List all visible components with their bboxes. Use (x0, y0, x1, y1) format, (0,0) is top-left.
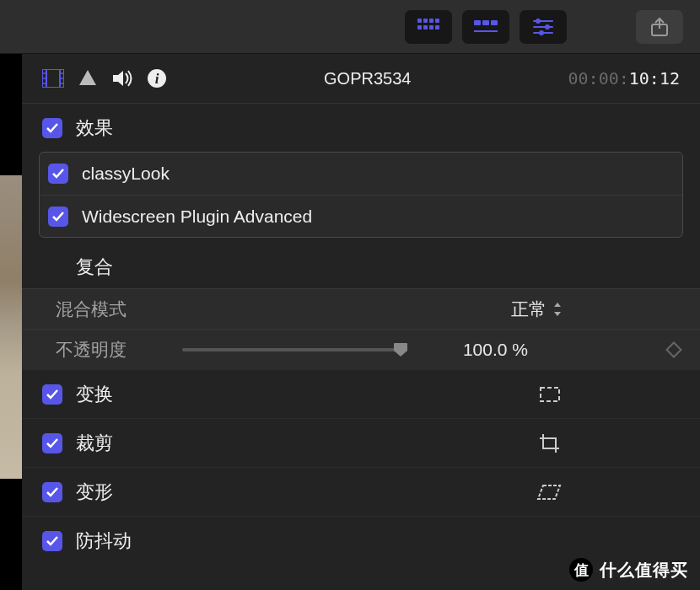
svg-point-17 (539, 30, 544, 35)
top-toolbar (0, 0, 700, 54)
svg-point-15 (536, 19, 541, 24)
dropdown-stepper-icon (553, 303, 562, 316)
svg-rect-6 (429, 25, 433, 30)
clip-title: GOPR3534 (167, 69, 568, 88)
svg-rect-8 (474, 20, 481, 25)
svg-rect-2 (429, 19, 433, 23)
transform-checkbox[interactable] (42, 384, 62, 405)
svg-rect-4 (417, 25, 422, 30)
video-tab-icon[interactable] (42, 69, 64, 88)
inspector-sliders-button[interactable] (520, 10, 567, 44)
timecode-suffix: 10:12 (629, 68, 680, 88)
applied-effects-list: classyLook Widescreen Plugin Advanced (39, 152, 683, 238)
svg-rect-3 (435, 19, 439, 23)
stabilize-checkbox[interactable] (42, 531, 62, 551)
svg-rect-0 (417, 19, 422, 23)
clip-thumbnail (0, 175, 22, 479)
color-tab-icon[interactable] (78, 68, 98, 88)
transform-section-header[interactable]: 变换 (22, 369, 700, 418)
svg-rect-11 (474, 30, 498, 32)
effect-checkbox[interactable] (48, 164, 68, 184)
crop-checkbox[interactable] (42, 433, 62, 453)
opacity-slider[interactable] (182, 348, 401, 351)
share-icon (650, 17, 669, 37)
watermark-badge: 值 (569, 558, 593, 582)
transform-label: 变换 (76, 382, 113, 407)
crop-icon[interactable] (538, 433, 562, 453)
blend-mode-dropdown[interactable]: 正常 (511, 298, 562, 321)
timeline-thumbnail-strip (0, 54, 22, 590)
watermark: 值 什么值得买 (569, 558, 688, 582)
grid-view-button[interactable] (405, 10, 452, 44)
info-tab-icon[interactable]: i (147, 68, 167, 88)
timeline-view-icon (474, 20, 498, 34)
svg-marker-32 (554, 303, 561, 307)
distort-checkbox[interactable] (42, 482, 62, 502)
svg-marker-29 (79, 70, 96, 85)
svg-rect-10 (491, 20, 498, 25)
opacity-label: 不透明度 (56, 338, 182, 362)
effects-checkbox[interactable] (42, 118, 62, 138)
svg-rect-5 (423, 25, 428, 30)
crop-section-header[interactable]: 裁剪 (22, 418, 700, 467)
effect-row[interactable]: Widescreen Plugin Advanced (40, 195, 682, 237)
svg-point-16 (545, 24, 550, 30)
effects-section-header[interactable]: 效果 (22, 103, 700, 152)
svg-rect-9 (482, 20, 489, 25)
distort-skew-icon[interactable] (536, 484, 562, 501)
slider-thumb-icon[interactable] (393, 342, 408, 357)
effect-row[interactable]: classyLook (40, 153, 682, 195)
inspector-header: i GOPR3534 00:00:10:12 (22, 54, 700, 103)
effect-checkbox[interactable] (48, 206, 68, 227)
distort-section-header[interactable]: 变形 (22, 467, 700, 516)
composite-section: 复合 混合模式 正常 不透明度 100.0 % (22, 243, 700, 369)
inspector-panel: i GOPR3534 00:00:10:12 效果 classyLook Wid… (22, 54, 700, 590)
timecode-prefix: 00:00: (568, 68, 629, 88)
blend-mode-row: 混合模式 正常 (22, 288, 700, 329)
watermark-text: 什么值得买 (600, 559, 688, 582)
svg-marker-33 (554, 312, 561, 316)
svg-marker-35 (538, 485, 560, 499)
inspector-sliders-icon (532, 19, 554, 35)
inspector-tabs: i (42, 68, 167, 88)
share-button[interactable] (636, 10, 683, 44)
blend-mode-value: 正常 (511, 298, 547, 321)
composite-title: 复合 (42, 243, 680, 288)
blend-mode-label: 混合模式 (56, 298, 182, 321)
svg-rect-34 (541, 388, 559, 401)
stabilize-label: 防抖动 (76, 528, 132, 554)
effect-name: classyLook (82, 164, 170, 184)
keyframe-diamond-icon[interactable] (665, 341, 682, 358)
opacity-row: 不透明度 100.0 % (22, 329, 700, 369)
timecode: 00:00:10:12 (568, 68, 680, 88)
svg-text:i: i (155, 71, 159, 87)
opacity-value[interactable]: 100.0 % (427, 340, 528, 360)
effects-label: 效果 (76, 115, 113, 141)
transform-rect-icon[interactable] (538, 385, 562, 404)
distort-label: 变形 (76, 480, 113, 505)
svg-rect-7 (435, 25, 439, 30)
effect-name: Widescreen Plugin Advanced (82, 206, 312, 227)
grid-view-icon (417, 19, 439, 35)
crop-label: 裁剪 (76, 431, 113, 456)
audio-tab-icon[interactable] (111, 69, 133, 88)
timeline-view-button[interactable] (462, 10, 509, 44)
svg-rect-1 (423, 19, 428, 23)
